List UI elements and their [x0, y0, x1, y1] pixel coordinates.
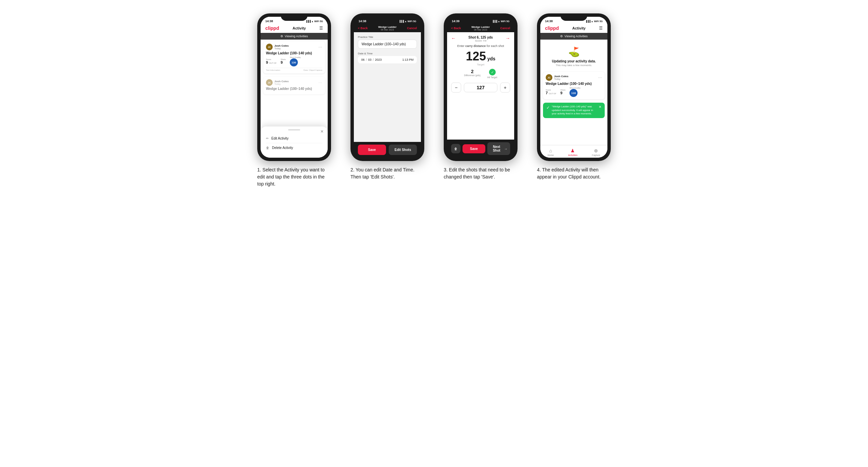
quality-group-4: Shot Quality 118 [569, 87, 581, 97]
phone-notch-4 [560, 13, 587, 21]
quality-label-1: Shot Quality [290, 56, 301, 58]
three-dots-2[interactable]: ··· [319, 81, 322, 85]
shot-body-3: ← Shot 6, 125 yds Score 7/9 → Enter carr… [447, 32, 514, 139]
three-dots-4[interactable]: ··· [598, 76, 602, 80]
viewing-activities-bar-4: ⚙ Viewing Activities [540, 33, 608, 39]
score-outof-1: OUT OF [269, 62, 277, 64]
arrow-right-icon: → [504, 147, 507, 151]
save-button-2[interactable]: Save [358, 145, 386, 155]
edit-title-line1: Wedge Ladder [378, 26, 397, 29]
user-info-2: Josh Coles Today [274, 80, 289, 85]
status-time-2: 14:38 [359, 20, 366, 23]
shot-actions-3: 🗑 Save Next Shot → [447, 139, 514, 158]
prev-arrow[interactable]: ← [451, 36, 456, 42]
sheet-close-1[interactable]: ✕ [320, 129, 324, 134]
diff-value: 2 [464, 69, 480, 74]
score-group-1: Score 9 OUT OF [266, 58, 277, 64]
hamburger-icon-1[interactable]: ☰ [319, 26, 323, 31]
home-icon: ⌂ [549, 148, 552, 153]
edit-icon: ✏ [266, 136, 269, 140]
shot-nav-3: < Back Wedge Ladder 06 Mar 2023 Cancel [447, 24, 514, 32]
caption-3: 3. Edit the shots that need to be change… [444, 166, 518, 181]
delete-activity-label: Delete Activity [272, 146, 293, 150]
card-user-4: JC Josh Coles Today [546, 74, 568, 81]
card-user-2: JC Josh Coles Today [266, 79, 289, 86]
datetime-row[interactable]: 06 / 03 / 2023 1:13 PM [358, 56, 417, 63]
date-year: 2023 [375, 58, 382, 61]
bottom-sheet-1: ✕ ✏ Edit Activity 🗑 Delete Activity [260, 126, 328, 158]
shot-label: Shot 6, 125 yds [469, 36, 493, 39]
user-date-1: Today [274, 47, 289, 50]
back-button-2[interactable]: < Back [358, 27, 368, 30]
save-shot-button[interactable]: Save [463, 144, 485, 153]
phone-2-inner: 14:38 ▐▐▐ ▲ WiFi 5G < Back Wedge Ladder … [354, 17, 421, 158]
toast-check-icon: ✓ [546, 105, 550, 110]
hit-target-check: ✓ [489, 69, 496, 75]
next-shot-button[interactable]: Next Shot → [487, 142, 510, 155]
user-name-1: Josh Coles [274, 44, 289, 47]
phone-3-inner: 14:39 ▐▐▐ ▲ WiFi 5G < Back Wedge Ladder … [447, 17, 514, 158]
user-name-2: Josh Coles [274, 80, 289, 83]
updating-title: Updating your activity data. [552, 59, 596, 63]
user-info-4: Josh Coles Today [554, 75, 568, 80]
sheet-edit-item[interactable]: ✏ Edit Activity [266, 134, 322, 143]
card-title-2: Wedge Ladder (100–140 yds) [266, 87, 322, 91]
status-time-3: 14:39 [452, 20, 460, 23]
nav-title-4: Activity [572, 26, 586, 30]
phone-3: 14:39 ▐▐▐ ▲ WiFi 5G < Back Wedge Ladder … [444, 13, 518, 161]
tab-activities[interactable]: ♟ Activities [568, 148, 578, 156]
phone-4: 14:38 ▐▐▐ ▲ WiFi 5G clippd Activity ☰ ⚙ … [537, 13, 611, 161]
editshots-button-2[interactable]: Edit Shots [389, 145, 417, 155]
target-label-3: Target [477, 63, 484, 66]
hit-target-label: Hit Target [487, 76, 497, 79]
diff-label: Difference (yds) [464, 74, 480, 76]
activity-card-4[interactable]: JC Josh Coles Today ··· Wedge Ladder (10… [543, 72, 605, 99]
minus-button[interactable]: − [451, 83, 461, 93]
distance-input[interactable]: 127 [464, 83, 497, 92]
activities-label: Activities [568, 154, 578, 156]
toast-close-icon[interactable]: ✕ [599, 105, 601, 109]
tab-capture[interactable]: ⊕ Capture [592, 148, 600, 156]
edit-activity-label: Edit Activity [271, 136, 288, 140]
time-value: 1:13 PM [383, 58, 413, 61]
activity-card-2[interactable]: JC Josh Coles Today ··· Wedge Ladder (10… [263, 77, 325, 94]
avatar-2: JC [266, 79, 273, 86]
date-month: 03 [368, 58, 372, 61]
quality-label-4: Shot Quality [569, 87, 581, 89]
next-arrow[interactable]: → [505, 36, 510, 42]
success-toast: ✓ "Wedge Ladder (100–140 yds)" was updat… [543, 103, 605, 118]
distance-value: 125 [466, 50, 486, 62]
plus-button[interactable]: + [500, 83, 510, 93]
status-icons-4: ▐▐▐ ▲ WiFi 5G [585, 20, 603, 23]
shots-group-4: Shots 9 [560, 89, 565, 95]
phone-notch-1 [281, 13, 308, 21]
card-title-4: Wedge Ladder (100–140 yds) [546, 82, 602, 86]
card-stats-4: Score 7 OUT OF Shots 9 Shot Quality [546, 87, 602, 97]
cancel-button-3[interactable]: Cancel [500, 27, 510, 30]
user-info-1: Josh Coles Today [274, 44, 289, 50]
back-button-3[interactable]: < Back [451, 27, 461, 30]
avatar-4: JC [546, 74, 552, 81]
hamburger-icon-4[interactable]: ☰ [599, 26, 603, 31]
score-label-3: Score 7/9 [469, 39, 493, 42]
three-dots-1[interactable]: ··· [319, 45, 322, 49]
phone-2-col: 14:38 ▐▐▐ ▲ WiFi 5G < Back Wedge Ladder … [345, 13, 429, 181]
sep1: / [366, 58, 367, 61]
cancel-button-2[interactable]: Cancel [407, 27, 417, 30]
nav-bar-1: clippd Activity ☰ [260, 24, 328, 33]
quality-badge-1: 130 [290, 58, 298, 66]
phone-2: 14:38 ▐▐▐ ▲ WiFi 5G < Back Wedge Ladder … [350, 13, 424, 161]
practice-title-input[interactable]: Wedge Ladder (100–140 yds) [358, 39, 417, 49]
delete-shot-button[interactable]: 🗑 [451, 144, 461, 153]
activities-icon: ♟ [570, 148, 575, 153]
shots-value-4: 9 [560, 91, 565, 95]
user-date-4: Today [554, 78, 568, 80]
activity-card-1[interactable]: JC Josh Coles Today ··· Wedge Ladder (10… [263, 41, 325, 73]
tab-home[interactable]: ⌂ Home [547, 148, 554, 156]
card-header-2: JC Josh Coles Today ··· [266, 79, 322, 86]
filter-icon-1: ⚙ [280, 35, 283, 38]
difference-metric: 2 Difference (yds) [464, 69, 480, 79]
sheet-delete-item[interactable]: 🗑 Delete Activity [266, 143, 322, 152]
status-icons-3: ▐▐▐ ▲ WiFi 5G [492, 20, 509, 23]
capture-icon: ⊕ [594, 148, 598, 153]
